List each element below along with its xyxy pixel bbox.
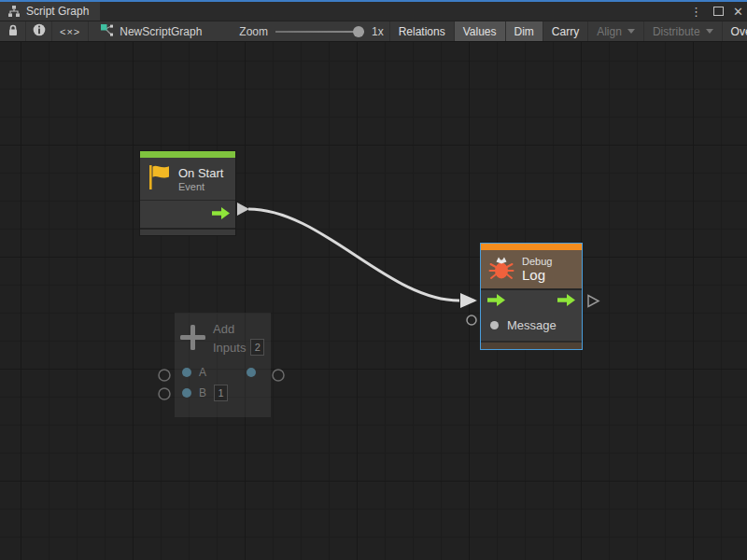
- code-preview-button[interactable]: <×>: [52, 21, 89, 41]
- add-subtitle-text: Inputs: [213, 341, 246, 355]
- debug-log-flow-row: [481, 290, 582, 313]
- wire-layer: [0, 42, 747, 560]
- chevron-down-icon: [706, 29, 713, 34]
- add-port-row-a: A: [175, 363, 271, 382]
- info-button[interactable]: [26, 21, 52, 41]
- tab-title: Script Graph: [26, 5, 89, 18]
- on-start-footer: [140, 228, 235, 235]
- message-external-port-circle[interactable]: [467, 315, 476, 325]
- script-graph-icon: [7, 5, 21, 18]
- node-debug-log[interactable]: Debug Log Message: [480, 243, 583, 350]
- node-on-start[interactable]: On Start Event: [139, 150, 236, 236]
- relations-label: Relations: [399, 25, 445, 38]
- bug-icon: [488, 255, 514, 284]
- align-dropdown[interactable]: Align: [587, 21, 643, 41]
- node-add-preview[interactable]: Add Inputs 2 A B 1: [175, 313, 271, 417]
- chevron-down-icon: [627, 29, 635, 34]
- carry-label: Carry: [552, 25, 579, 38]
- graph-reference[interactable]: NewScriptGraph: [89, 21, 213, 41]
- overview-button[interactable]: Overview: [722, 21, 747, 41]
- tab-script-graph[interactable]: Script Graph: [0, 2, 100, 21]
- node-subtitle: Event: [178, 181, 223, 192]
- wire-arrowhead: [460, 293, 477, 308]
- connection-wire[interactable]: [248, 209, 459, 301]
- graph-canvas[interactable]: On Start Event: [0, 42, 747, 560]
- graph-asset-icon: [100, 23, 114, 40]
- debug-log-header: Debug Log: [481, 250, 582, 288]
- add-a-external-port-circle[interactable]: [159, 370, 170, 381]
- zoom-slider[interactable]: [275, 26, 364, 37]
- flow-in-arrow-icon[interactable]: [487, 294, 505, 309]
- port-a-dot[interactable]: [182, 368, 191, 377]
- debug-log-body: Message: [481, 290, 582, 341]
- values-button[interactable]: Values: [454, 21, 505, 41]
- graph-toolbar: <×> NewScriptGraph Zoom 1x Relations Val…: [0, 21, 747, 42]
- zoom-slider-handle[interactable]: [353, 26, 364, 37]
- plus-icon: [180, 325, 205, 353]
- lock-button[interactable]: [0, 21, 26, 41]
- dim-button[interactable]: Dim: [505, 21, 543, 41]
- port-b-label: B: [199, 386, 206, 399]
- event-color-bar: [140, 151, 235, 158]
- on-start-port-row: [140, 200, 235, 228]
- sum-output-dot[interactable]: [247, 368, 256, 377]
- maximize-icon[interactable]: [713, 7, 724, 16]
- view-options-group: Relations Values Dim Carry Align Distrib…: [389, 21, 747, 41]
- on-start-header: On Start Event: [140, 158, 235, 200]
- lock-icon: [7, 24, 19, 39]
- values-label: Values: [463, 25, 497, 38]
- add-port-row-b: B 1: [175, 384, 271, 402]
- code-toggle-icon: <×>: [60, 26, 80, 37]
- add-b-external-port-circle[interactable]: [159, 388, 170, 399]
- port-a-label: A: [199, 366, 206, 379]
- dim-label: Dim: [514, 25, 534, 38]
- info-icon: [33, 23, 46, 39]
- port-b-dot[interactable]: [182, 388, 191, 398]
- zoom-slider-track: [275, 31, 364, 33]
- zoom-control: Zoom 1x: [239, 25, 388, 38]
- zoom-value: 1x: [372, 25, 384, 38]
- overview-label: Overview: [731, 25, 747, 38]
- flag-icon: [148, 163, 171, 194]
- graph-name: NewScriptGraph: [120, 25, 202, 38]
- align-label: Align: [597, 25, 622, 38]
- node-title: Log: [522, 267, 552, 283]
- add-titles: Add Inputs 2: [213, 322, 264, 356]
- add-node-tail: [175, 404, 271, 417]
- flow-arrow-icon[interactable]: [212, 207, 230, 222]
- distribute-label: Distribute: [653, 25, 700, 38]
- add-sum-external-port-circle[interactable]: [273, 370, 284, 381]
- window-controls: ⋮ ✕: [688, 2, 743, 21]
- close-icon[interactable]: ✕: [733, 6, 743, 18]
- port-b-value-field[interactable]: 1: [214, 385, 228, 401]
- tab-bar: Script Graph ⋮ ✕: [0, 2, 747, 21]
- message-port-dot[interactable]: [490, 321, 499, 329]
- distribute-dropdown[interactable]: Distribute: [643, 21, 722, 41]
- node-title: On Start: [178, 166, 223, 180]
- output-port-triangle[interactable]: [237, 203, 249, 216]
- debug-log-titles: Debug Log: [522, 256, 552, 283]
- window-menu-icon[interactable]: ⋮: [688, 6, 704, 18]
- flow-out-arrow-icon[interactable]: [557, 294, 575, 309]
- add-header: Add Inputs 2: [175, 313, 271, 363]
- zoom-label: Zoom: [239, 25, 268, 38]
- debug-log-footer: [481, 341, 582, 349]
- message-port-label: Message: [507, 318, 557, 332]
- carry-button[interactable]: Carry: [543, 21, 587, 41]
- node-title: Add: [213, 322, 264, 336]
- on-start-titles: On Start Event: [178, 166, 223, 192]
- node-subtitle: Inputs 2: [213, 339, 264, 356]
- message-input-row: Message: [481, 313, 582, 337]
- node-group: Debug: [522, 256, 552, 267]
- debug-color-bar: [481, 244, 582, 250]
- relations-button[interactable]: Relations: [389, 21, 454, 41]
- debug-output-port-triangle[interactable]: [588, 296, 599, 307]
- inputs-count-field[interactable]: 2: [250, 339, 264, 356]
